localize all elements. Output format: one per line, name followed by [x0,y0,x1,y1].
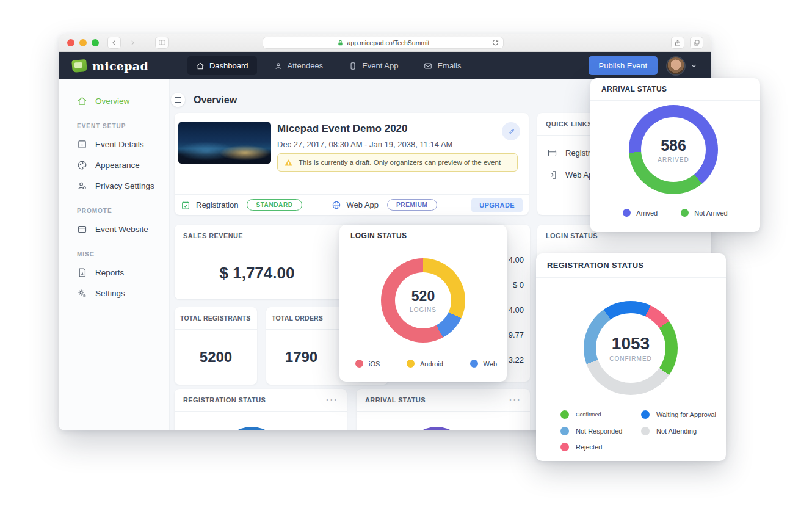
registration-status-title: REGISTRATION STATUS [183,396,266,404]
sidebar-item-settings[interactable]: Settings [59,283,169,303]
card-menu-button[interactable]: ··· [509,395,521,405]
traffic-lights [67,39,99,46]
card-menu-button[interactable]: ··· [326,395,338,405]
person-icon [274,62,283,70]
legend-label: Confirmed [576,412,601,418]
legend-item-not-arrived: Not Arrived [681,209,727,217]
legend-item-confirmed: Confirmed [560,410,601,419]
sidebar-section-promote: PROMOTE [59,196,169,219]
report-document-icon [77,267,87,278]
edit-event-button[interactable] [502,122,520,140]
url-text: app.micepad.co/TechSummit [347,39,430,46]
envelope-icon [424,62,432,70]
registration-donut-chart: 1053 CONFIRMED [584,301,678,395]
sidebar-item-reports[interactable]: Reports [59,262,169,283]
donut-chart-top [221,427,282,430]
legend-dot [560,410,569,419]
legend-dot [560,443,569,451]
sidebar-item-event-website[interactable]: Event Website [59,219,169,239]
arrived-count: 586 [661,137,686,154]
close-window-button[interactable] [67,39,74,46]
enter-arrow-icon [547,170,557,180]
sidebar-item-event-details[interactable]: Event Details [59,134,169,154]
donut-center: 586 ARRIVED [641,117,706,182]
nav-item-event-app[interactable]: Event App [340,56,407,75]
share-button[interactable] [671,37,684,49]
arrival-status-popup-title: ARRIVAL STATUS [590,78,760,101]
legend-item-waiting-for-approval: Waiting for Approval [641,410,716,419]
sidebar-item-overview[interactable]: Overview [59,90,169,111]
sidebar-item-label: Reports [95,268,124,277]
page: app.micepad.co/TechSummit micepad [0,0,812,508]
sidebar: Overview EVENT SETUP Event Details Appea… [59,79,170,430]
event-summary-card: Micepad Event Demo 2020 Dec 27, 2017, 08… [175,113,529,215]
arrival-status-card: ARRIVAL STATUS ··· [357,389,530,430]
registration-status-popup-title: REGISTRATION STATUS [536,253,726,278]
legend-label: Not Arrived [694,209,727,217]
info-square-icon [77,139,87,150]
minimize-window-button[interactable] [79,39,87,46]
legend-item-not-responded: Not Responded [560,427,622,435]
sidebar-toggle-button[interactable] [155,37,169,49]
total-registrants-card: TOTAL REGISTRANTS 5200 [175,307,257,385]
browser-window-icon [547,148,557,158]
browser-chrome: app.micepad.co/TechSummit [59,34,711,52]
publish-event-button[interactable]: Publish Event [589,56,658,75]
sidebar-item-privacy-settings[interactable]: Privacy Settings [59,175,169,196]
share-icon [674,39,681,47]
nav-item-emails[interactable]: Emails [415,56,469,75]
reload-icon[interactable] [491,38,499,46]
login-count: 520 [411,288,435,305]
legend-item-ios: iOS [355,360,380,368]
registration-plan-label: Registration [196,200,238,209]
legend-label: Web [484,360,497,368]
donut-center: 1053 CONFIRMED [596,313,665,383]
warning-icon [284,158,293,167]
legend-label: Arrived [636,209,658,217]
upgrade-button[interactable]: UPGRADE [471,198,523,212]
total-registrants-title: TOTAL REGISTRANTS [175,307,257,330]
legend-item-arrived: Arrived [623,209,658,217]
nav-item-dashboard[interactable]: Dashboard [187,56,257,75]
tabs-button[interactable] [690,37,703,49]
arrival-donut-chart: 586 ARRIVED [629,105,718,194]
legend-label: Not Attending [656,427,697,435]
sidebar-section-misc: MISC [59,239,169,262]
sidebar-item-label: Settings [95,289,125,298]
chrome-right-buttons [671,37,703,49]
chevron-left-icon [111,40,117,46]
avatar[interactable] [667,57,684,74]
chevron-down-icon[interactable] [691,62,697,69]
palette-icon [77,160,87,170]
nav-label: Attendees [288,61,324,70]
donut-center: 520 LOGINS [395,272,451,328]
page-title: Overview [194,95,237,106]
zoom-window-button[interactable] [92,39,99,46]
legend-label: iOS [369,360,380,368]
back-button[interactable] [107,37,121,49]
arrival-legend: Arrived Not Arrived [590,209,760,217]
chevron-right-icon [129,40,136,46]
forward-button[interactable] [126,37,139,49]
nav-item-attendees[interactable]: Attendees [266,56,332,75]
event-title: Micepad Event Demo 2020 [277,123,408,135]
brand-logo[interactable]: micepad [72,59,148,73]
confirmed-count: 1053 [612,334,650,354]
globe-icon [332,200,341,210]
nav-label: Dashboard [209,61,248,70]
sidebar-item-label: Overview [95,96,129,106]
arrival-status-title: ARRIVAL STATUS [365,396,426,404]
legend-item-android: Android [407,360,443,368]
registration-status-popup: REGISTRATION STATUS 1053 CONFIRMED Confi… [536,253,726,461]
sidebar-item-label: Event Details [95,140,144,149]
registration-status-card: REGISTRATION STATUS ··· [175,389,347,430]
legend-label: Waiting for Approval [656,411,716,418]
pencil-icon [507,128,515,136]
sidebar-item-appearance[interactable]: Appearance [59,154,169,175]
hamburger-menu-button[interactable] [171,93,185,107]
legend-dot [641,427,650,435]
url-bar[interactable]: app.micepad.co/TechSummit [263,37,504,49]
legend-label: Not Responded [576,427,622,435]
login-count-label: LOGINS [410,307,437,313]
legend-dot [470,360,478,368]
